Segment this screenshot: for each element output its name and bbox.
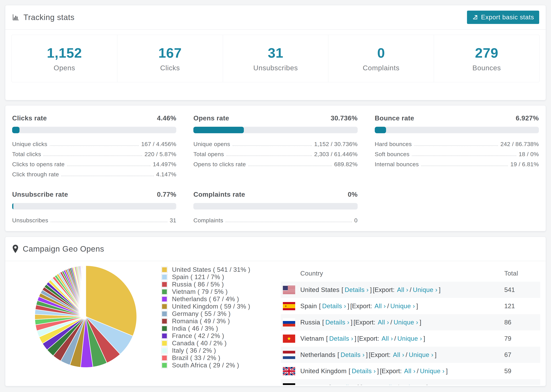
united-kingdom-flag-icon [283,367,295,375]
table-row-united-states: United States [Details ›] [Export:All ›/… [281,282,540,298]
geo-opens-pie-chart[interactable] [33,264,139,370]
opens-rate-title: Opens rate [193,114,229,122]
legend-item: Germany ( 55 / 3% ) [161,310,250,317]
spain-flag-icon [283,302,295,310]
export-button-label: Export basic stats [481,14,534,21]
bounce-rate-title: Bounce rate [375,114,414,122]
legend-item: Spain ( 121 / 7% ) [161,273,250,281]
details-link[interactable]: Details › [352,368,376,375]
map-pin-icon [12,245,19,253]
opens-rate-percent: 30.736% [331,114,357,122]
export-unique-link[interactable]: Unique › [394,319,418,326]
metric-row: Unique clicks167 / 4.456% [12,139,176,149]
stat-unsubscribes-label: Unsubscribes [253,64,298,72]
export-all-link[interactable]: All › [404,368,416,375]
metric-row: Internal bounces19 / 6.81% [375,159,539,169]
metric-row: Hard bounces242 / 86.738% [375,139,539,149]
stat-complaints-value: 0 [377,45,385,61]
stats-summary-strip: 1,152 Opens 167 Clicks 31 Unsubscribes 0… [11,35,540,82]
legend-item: Russia ( 86 / 5% ) [161,281,250,288]
total-value: 541 [504,286,540,294]
metric-row: Click through rate4.147% [12,169,176,179]
legend-item: United States ( 541 / 31% ) [161,266,250,273]
legend-swatch [161,296,168,302]
legend-swatch [161,355,168,361]
country-column-header: Country [281,270,504,277]
export-all-link[interactable]: All › [397,286,408,294]
legend-swatch [161,325,168,332]
opens-rate-block: Opens rate 30.736% Unique opens1,152 / 3… [193,114,357,179]
campaign-geo-opens-panel: Campaign Geo Opens United States ( 541 /… [5,237,546,386]
export-unique-link[interactable]: Unique › [413,286,437,294]
legend-swatch [161,267,168,273]
tracking-stats-header: Tracking stats Export basic stats [5,5,546,30]
metric-row: Opens to clicks rate689.82% [193,159,357,169]
metric-row: Unsubscribes31 [12,215,176,225]
bar-chart-icon [12,13,20,21]
germany-flag-icon [283,383,295,385]
details-link[interactable]: Details › [329,335,353,342]
export-all-link[interactable]: All › [378,319,389,326]
export-all-link[interactable]: All › [374,302,386,310]
details-link[interactable]: Details › [332,384,356,385]
page-title: Tracking stats [23,13,75,22]
export-unique-link[interactable]: Unique › [400,384,425,385]
export-all-link[interactable]: All › [381,335,393,342]
stat-complaints: 0 Complaints [328,35,434,82]
legend-item: Canada ( 40 / 2% ) [161,339,250,347]
legend-swatch [161,362,168,368]
export-unique-link[interactable]: Unique › [409,351,433,358]
unsubscribe-rate-percent: 0.77% [157,191,176,198]
bounce-rate-block: Bounce rate 6.927% Hard bounces242 / 86.… [375,114,539,179]
metric-row: Clicks to opens rate14.497% [12,159,176,169]
russia-flag-icon [283,318,295,327]
legend-item: South Africa ( 29 / 2% ) [161,362,250,369]
export-unique-link[interactable]: Unique › [420,368,445,375]
total-column-header: Total [504,270,540,277]
metric-row: Soft bounces18 / 0% [375,149,539,159]
details-link[interactable]: Details › [322,302,346,310]
clicks-rate-progressbar [12,127,176,133]
stat-bounces: 279 Bounces [434,35,539,82]
table-row-spain: Spain [Details ›] [Export:All ›/Unique ›… [281,298,540,314]
geo-title: Campaign Geo Opens [23,244,104,253]
legend-swatch [161,318,168,324]
clicks-rate-block: Clicks rate 4.46% Unique clicks167 / 4.4… [12,114,176,179]
table-row-united-kingdom: United Kingdom [Details ›] [Export:All ›… [281,363,540,379]
stat-complaints-label: Complaints [363,64,400,72]
details-link[interactable]: Details › [340,351,365,358]
table-row-vietnam: Vietnam [Details ›] [Export:All ›/Unique… [281,330,540,347]
legend-swatch [161,303,168,309]
details-link[interactable]: Details › [325,319,349,326]
unsubscribe-rate-block: Unsubscribe rate 0.77% Unsubscribes31 [12,191,176,225]
export-all-link[interactable]: All › [384,384,396,385]
legend-item: Romania ( 49 / 3% ) [161,317,250,325]
bounce-rate-percent: 6.927% [516,114,539,122]
opens-rate-progressbar [193,127,357,133]
metric-row: Complaints0 [193,215,357,225]
total-value: 121 [504,302,540,310]
export-unique-link[interactable]: Unique › [390,302,415,310]
pie-legend: United States ( 541 / 31% ) Spain ( 121 … [161,266,250,369]
stat-unsubscribes: 31 Unsubscribes [223,35,328,82]
export-unique-link[interactable]: Unique › [397,335,422,342]
complaints-rate-percent: 0% [348,191,357,198]
table-row-netherlands: Netherlands [Details ›] [Export:All ›/Un… [281,347,540,363]
export-basic-stats-button[interactable]: Export basic stats [467,11,539,24]
legend-item: Italy ( 36 / 2% ) [161,347,250,354]
export-all-link[interactable]: All › [393,351,404,358]
details-link[interactable]: Details › [345,286,369,294]
legend-swatch [161,281,168,287]
stat-opens: 1,152 Opens [12,35,117,82]
total-value: 55 [504,384,540,385]
legend-item: France ( 42 / 2% ) [161,332,250,339]
rates-panel: Clicks rate 4.46% Unique clicks167 / 4.4… [5,105,546,231]
netherlands-flag-icon [283,351,295,359]
clicks-rate-title: Clicks rate [12,114,47,122]
table-row-russia: Russia [Details ›] [Export:All ›/Unique … [281,314,540,330]
legend-swatch [161,348,168,354]
vietnam-flag-icon [283,335,295,343]
stat-bounces-value: 279 [475,45,498,61]
united-states-flag-icon [283,286,295,294]
stat-unsubscribes-value: 31 [268,45,283,61]
